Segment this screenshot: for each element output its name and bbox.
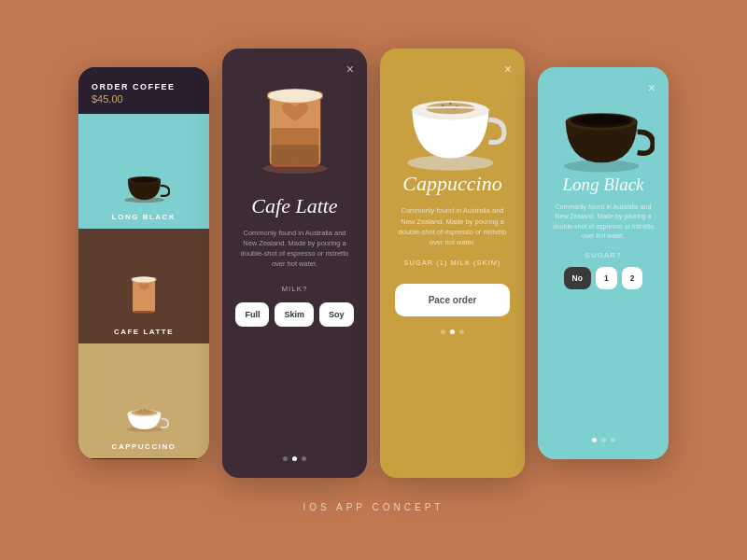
latte-page-dots [283,456,306,461]
longblack-option-label: SUGAR? [585,251,622,259]
menu-item-label-latte: CAFE LATTE [114,322,174,343]
svg-point-5 [132,276,156,282]
menu-header: ORDER COFFEE $45.00 [78,67,209,114]
dot-2-active [292,456,297,461]
menu-item-cafe-latte[interactable]: CAFE LATTE [78,229,209,343]
milk-skim-button[interactable]: Skim [275,302,314,327]
menu-item-cappuccino[interactable]: CAPPUCCINO [78,343,209,458]
svg-point-2 [130,177,157,183]
svg-point-13 [147,411,148,413]
cap-dot-1 [441,329,445,334]
cappuccino-name: Cappuccino [402,172,501,196]
svg-point-29 [454,108,456,110]
cap-dot-3 [459,329,464,334]
menu-item-label-cappuccino: CAPPUCCINO [112,437,176,458]
cappuccino-close-button[interactable]: × [504,62,512,77]
latte-name: Cafe Latte [251,194,337,218]
dot-1 [283,456,288,461]
menu-item-label-longblack: LONG BLACK [112,207,176,229]
longblack-description: Commonly found in Australia and New Zeal… [551,203,655,242]
dot-3 [302,456,306,461]
svg-point-10 [135,411,153,415]
menu-card: ORDER COFFEE $45.00 LONG BLACK [78,67,209,459]
menu-item-long-black[interactable]: LONG BLACK [78,114,209,229]
sugar-1-button[interactable]: 1 [596,267,617,289]
svg-rect-6 [134,311,154,313]
milk-soy-button[interactable]: Soy [319,302,354,327]
svg-point-33 [576,115,627,125]
latte-option-label: MILK? [281,285,307,293]
milk-full-button[interactable]: Full [235,302,269,327]
lb-dot-3 [611,438,615,442]
pace-order-button[interactable]: Pace order [395,284,510,316]
sugar-no-button[interactable]: No [564,267,591,289]
footer-label: IOS APP CONCEPT [303,502,444,512]
svg-point-16 [267,89,321,103]
cappuccino-description: Commonly found in Australia and New Zeal… [395,205,510,247]
sugar-2-button[interactable]: 2 [622,267,643,289]
lb-dot-2 [601,438,606,442]
menu-price: $45.00 [92,93,196,105]
latte-detail-card: × Cafe Latte Commonly found in Australia… [222,49,367,478]
longblack-detail-card: × Long Black Commonly found in Australia… [538,67,669,459]
svg-point-26 [449,102,452,105]
lb-dot-1-active [592,438,597,442]
latte-close-button[interactable]: × [346,62,354,77]
svg-rect-18 [271,145,318,165]
longblack-sugar-options: No 1 2 [564,267,643,289]
cap-dot-2-active [450,329,455,334]
svg-rect-3 [133,279,155,313]
svg-rect-17 [271,128,318,145]
cappuccino-page-dots [441,329,464,334]
longblack-close-button[interactable]: × [648,80,655,95]
cappuccino-selected-options: SUGAR (1) MILK (SKIM) [404,259,501,267]
latte-milk-options: Full Skim Soy [235,302,353,327]
latte-description: Commonly found in Australia and New Zeal… [237,228,352,270]
cappuccino-detail-card: × Cappuccino Commonly found in Australia… [380,49,525,478]
svg-point-20 [262,163,327,174]
menu-title: ORDER COFFEE [92,82,196,91]
longblack-name: Long Black [562,175,643,195]
svg-point-11 [139,411,141,413]
svg-point-12 [144,410,146,412]
cards-container: ORDER COFFEE $45.00 LONG BLACK [78,49,669,478]
longblack-page-dots [592,438,615,442]
